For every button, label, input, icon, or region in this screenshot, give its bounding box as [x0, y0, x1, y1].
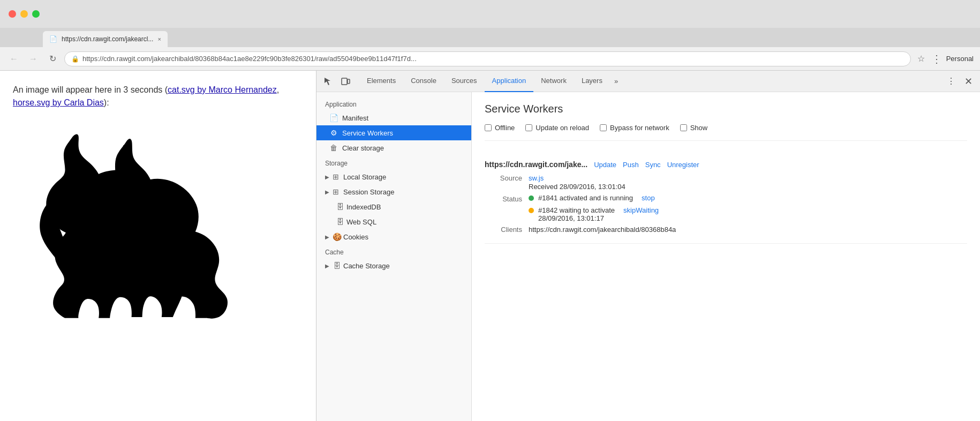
sw-status-entries: #1841 activated and is running stop #184… [529, 194, 659, 222]
svg-rect-1 [348, 79, 350, 84]
cache-storage-icon: 🗄 [333, 261, 341, 270]
panel-checkboxes: Offline Update on reload Bypass for netw… [485, 124, 967, 141]
sidebar-item-service-workers[interactable]: ⚙ Service Workers [316, 125, 471, 140]
tab-favicon-icon: 📄 [49, 35, 57, 43]
more-tabs-button[interactable]: » [610, 77, 622, 85]
profile-label[interactable]: Personal [946, 55, 974, 63]
sw-push-link[interactable]: Push [623, 161, 639, 169]
cookies-arrow-icon: ▶ [325, 234, 329, 240]
update-on-reload-checkbox[interactable]: Update on reload [525, 124, 589, 132]
devtools-panel: Elements Console Sources Application Net… [316, 71, 980, 421]
devtools-menu-icon[interactable]: ⋮ [944, 74, 959, 89]
bypass-for-network-checkbox-input[interactable] [600, 124, 607, 131]
minimize-button[interactable] [20, 10, 28, 18]
url-base: https://cdn.rawgit.com/jakearchibald/803… [82, 55, 417, 63]
browser-tab[interactable]: 📄 https://cdn.rawgit.com/jakearcl... × [43, 31, 168, 47]
sw-clients-value: https://cdn.rawgit.com/jakearchibald/803… [529, 225, 676, 234]
maximize-button[interactable] [32, 10, 40, 18]
sw-status-text-1841: #1841 activated and is running [538, 194, 633, 202]
tab-application[interactable]: Application [485, 71, 534, 92]
show-checkbox-input[interactable] [680, 124, 687, 131]
sidebar-item-manifest[interactable]: 📄 Manifest [316, 110, 471, 125]
page-text-after: ): [104, 98, 109, 107]
tab-console[interactable]: Console [403, 71, 444, 92]
devtools-main-panel: Service Workers Offline Update on reload [472, 92, 980, 421]
sidebar-item-cookies[interactable]: ▶ 🍪 Cookies [316, 229, 471, 244]
sidebar-section-storage: Storage [316, 155, 471, 169]
browser-menu-icon[interactable]: ⋮ [931, 52, 942, 65]
traffic-lights [9, 10, 40, 18]
address-bar: ← → ↻ 🔒 https://cdn.rawgit.com/jakearchi… [0, 47, 980, 71]
sw-entry: https://cdn.rawgit.com/jake... Update Pu… [485, 154, 967, 244]
forward-button[interactable]: → [26, 51, 41, 66]
sidebar-item-session-storage[interactable]: ▶ ⊞ Session Storage [316, 184, 471, 199]
session-storage-arrow-icon: ▶ [325, 189, 329, 195]
indexed-db-icon: 🗄 [336, 202, 344, 211]
comma: , [277, 85, 279, 94]
tab-bar: 📄 https://cdn.rawgit.com/jakearcl... × [0, 28, 980, 47]
status-dot-orange [529, 208, 534, 213]
sw-sync-link[interactable]: Sync [645, 161, 661, 169]
sidebar-item-cache-storage[interactable]: ▶ 🗄 Cache Storage [316, 258, 471, 273]
device-toolbar-icon[interactable] [338, 74, 353, 89]
show-checkbox[interactable]: Show [680, 124, 708, 132]
sidebar-section-application: Application [316, 96, 471, 110]
sw-update-link[interactable]: Update [594, 161, 616, 169]
sw-skip-waiting-link[interactable]: skipWaiting [623, 206, 659, 214]
offline-checkbox-input[interactable] [485, 124, 492, 131]
web-sql-icon: 🗄 [336, 217, 344, 226]
cookies-icon: 🍪 [333, 232, 341, 241]
status-dot-green [529, 196, 534, 201]
sw-url: https://cdn.rawgit.com/jake... [485, 160, 587, 169]
offline-checkbox[interactable]: Offline [485, 124, 515, 132]
sidebar-item-indexed-db[interactable]: 🗄 IndexedDB [316, 199, 471, 214]
horse-svg-link[interactable]: horse.svg by Carla Dias [13, 98, 104, 107]
sw-clients-label: Clients [485, 225, 522, 234]
tab-elements[interactable]: Elements [359, 71, 403, 92]
svg-rect-0 [342, 78, 347, 85]
devtools-sidebar: Application 📄 Manifest ⚙ Service Workers… [316, 92, 472, 421]
sidebar-item-clear-storage[interactable]: 🗑 Clear storage [316, 140, 471, 155]
sw-status-label: Status [485, 194, 522, 203]
refresh-button[interactable]: ↻ [45, 51, 60, 66]
devtools-close-button[interactable]: ✕ [961, 74, 976, 89]
sidebar-section-cache: Cache [316, 244, 471, 258]
sw-status-entry-1841: #1841 activated and is running stop [529, 194, 659, 202]
new-tab-button[interactable] [168, 31, 187, 47]
sw-status-row: Status #1841 activated and is running st… [485, 194, 967, 222]
update-on-reload-checkbox-input[interactable] [525, 124, 532, 131]
devtools-body: Application 📄 Manifest ⚙ Service Workers… [316, 92, 980, 421]
tab-close-button[interactable]: × [157, 36, 161, 42]
tab-sources[interactable]: Sources [444, 71, 485, 92]
sw-status-entry-1842-wrapper: #1842 waiting to activate skipWaiting 28… [529, 206, 659, 222]
cat-image [13, 118, 270, 343]
panel-title: Service Workers [485, 103, 967, 115]
tab-title: https://cdn.rawgit.com/jakearcl... [62, 35, 153, 43]
url-bar[interactable]: 🔒 https://cdn.rawgit.com/jakearchibald/8… [64, 51, 911, 66]
bookmark-icon[interactable]: ☆ [917, 54, 925, 64]
back-button[interactable]: ← [6, 51, 21, 66]
tab-network[interactable]: Network [533, 71, 574, 92]
sw-status-text-1842: #1842 waiting to activate [538, 206, 615, 214]
bypass-for-network-checkbox[interactable]: Bypass for network [600, 124, 669, 132]
manifest-icon: 📄 [329, 114, 338, 122]
sw-unregister-link[interactable]: Unregister [667, 161, 699, 169]
devtools-toolbar: Elements Console Sources Application Net… [316, 71, 980, 92]
local-storage-arrow-icon: ▶ [325, 174, 329, 180]
url-display: https://cdn.rawgit.com/jakearchibald/803… [82, 55, 417, 63]
cat-svg-image [29, 129, 254, 332]
session-storage-grid-icon: ⊞ [333, 187, 339, 196]
tab-layers[interactable]: Layers [574, 71, 610, 92]
sw-source-link[interactable]: sw.js [529, 174, 544, 182]
sidebar-item-local-storage[interactable]: ▶ ⊞ Local Storage [316, 169, 471, 184]
page-content: An image will appear here in 3 seconds (… [0, 71, 316, 421]
sw-stop-link[interactable]: stop [642, 194, 655, 202]
sw-status-entry-1842: #1842 waiting to activate skipWaiting [529, 206, 659, 214]
sidebar-item-web-sql[interactable]: 🗄 Web SQL [316, 214, 471, 229]
sw-url-row: https://cdn.rawgit.com/jake... Update Pu… [485, 160, 967, 169]
element-picker-icon[interactable] [321, 74, 336, 89]
cat-svg-link[interactable]: cat.svg by Marco Hernandez [168, 85, 277, 94]
devtools-toolbar-right: ⋮ ✕ [944, 74, 976, 89]
close-button[interactable] [9, 10, 16, 18]
main-content: An image will appear here in 3 seconds (… [0, 71, 980, 421]
